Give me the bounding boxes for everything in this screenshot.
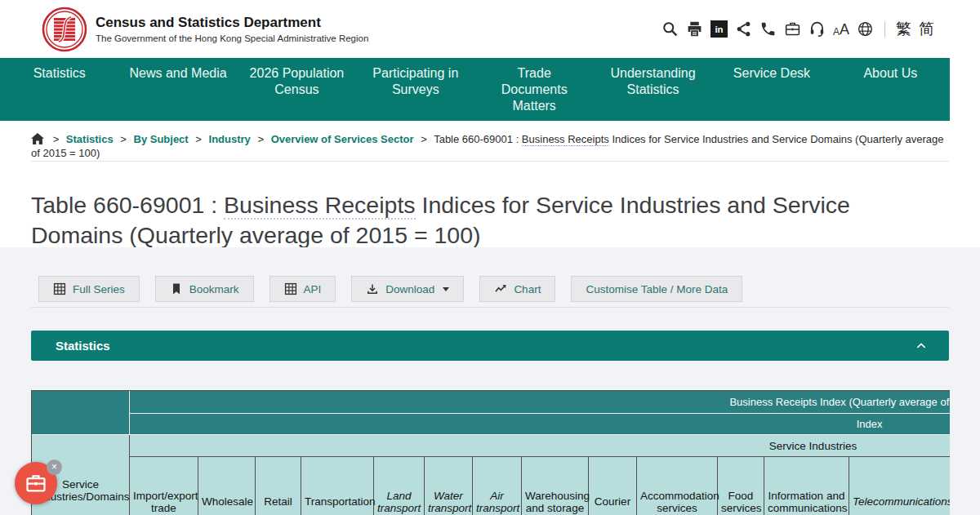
api-button[interactable]: API xyxy=(270,276,336,302)
breadcrumb-link-overview-of-services-sector[interactable]: Overview of Services Sector xyxy=(271,133,414,145)
statistics-section-header[interactable]: Statistics xyxy=(31,331,949,361)
site-header: Census and Statistics Department The Gov… xyxy=(0,0,980,58)
briefcase-icon xyxy=(24,472,47,495)
widget-close-button[interactable]: × xyxy=(47,460,62,475)
download-button[interactable]: Download xyxy=(351,276,464,302)
main-navigation: Statistics News and Media 2026 Populatio… xyxy=(0,58,950,121)
table-banner-header: Business Receipts Index (Quarterly avera… xyxy=(130,391,950,414)
breadcrumb-separator: > xyxy=(120,133,127,145)
column-header-food-services: Food services xyxy=(718,457,764,515)
column-header-land-transport: Land transport xyxy=(374,457,425,515)
table-index-header: Index xyxy=(130,414,950,435)
home-icon[interactable] xyxy=(31,133,44,145)
breadcrumb-link-industry[interactable]: Industry xyxy=(209,133,251,145)
svg-text:in: in xyxy=(715,24,723,34)
chevron-up-icon[interactable] xyxy=(915,340,928,353)
nav-item-participating-in-surveys[interactable]: Participating in Surveys xyxy=(356,58,474,121)
table-grid-icon xyxy=(53,282,66,295)
column-header-information-and-communications: Information and communications xyxy=(764,457,849,515)
header-utilities: in AA 繁 简 xyxy=(662,19,934,40)
column-header-telecommunications: Telecommunications xyxy=(849,457,950,515)
column-header-wholesale: Wholesale xyxy=(198,457,256,515)
column-header-accommodation-services: Accommodation services xyxy=(637,457,718,515)
column-header-retail: Retail xyxy=(256,457,301,515)
print-icon[interactable] xyxy=(686,20,703,38)
site-subtitle: The Government of the Hong Kong Special … xyxy=(96,33,368,43)
breadcrumb-term-business-receipts[interactable]: Business Receipts xyxy=(522,133,609,146)
download-label: Download xyxy=(385,283,434,295)
line-chart-icon xyxy=(494,282,507,295)
table-toolbar: Full Series Bookmark API Download Chart … xyxy=(38,276,742,302)
lang-simplified-chinese[interactable]: 简 xyxy=(919,19,934,40)
toolbar-divider xyxy=(31,307,949,308)
page-title-prefix: Table 660-69001 : xyxy=(31,192,224,218)
caret-down-icon xyxy=(443,287,449,291)
customise-table-label: Customise Table / More Data xyxy=(586,283,728,295)
breadcrumb-separator: > xyxy=(195,133,202,145)
statistics-table-container[interactable]: Business Receipts Index (Quarterly avera… xyxy=(31,390,950,515)
full-series-button[interactable]: Full Series xyxy=(38,276,140,302)
table-group-header-service-industries: Service Industries xyxy=(130,435,950,457)
phone-icon[interactable] xyxy=(760,20,777,38)
breadcrumb: > Statistics > By Subject > Industry > O… xyxy=(31,132,949,160)
breadcrumb-separator: > xyxy=(53,133,60,145)
linkedin-icon[interactable]: in xyxy=(710,20,728,38)
column-header-warehousing-and-storage: Warehousing and storage xyxy=(522,457,589,515)
nav-item-news-and-media[interactable]: News and Media xyxy=(118,58,237,121)
language-divider xyxy=(884,21,885,38)
column-header-transportation: Transportation xyxy=(301,457,374,515)
nav-item-service-desk[interactable]: Service Desk xyxy=(712,58,831,121)
bookmark-button[interactable]: Bookmark xyxy=(155,276,254,302)
nav-item-trade-documents-matters[interactable]: Trade Documents Matters xyxy=(475,58,594,121)
chart-button[interactable]: Chart xyxy=(479,276,555,302)
statistics-table: Business Receipts Index (Quarterly avera… xyxy=(31,390,950,515)
breadcrumb-link-statistics[interactable]: Statistics xyxy=(66,133,114,145)
breadcrumb-separator: > xyxy=(257,133,264,145)
bookmark-icon xyxy=(170,282,183,295)
breadcrumb-separator: > xyxy=(421,133,427,145)
page-title: Table 660-69001 : Business Receipts Indi… xyxy=(31,190,909,251)
column-header-water-transport: Water transport xyxy=(425,457,473,515)
bookmark-label: Bookmark xyxy=(189,283,239,295)
language-globe-icon[interactable] xyxy=(857,20,874,38)
column-header-air-transport: Air transport xyxy=(473,457,522,515)
site-title: Census and Statistics Department xyxy=(96,15,368,31)
customise-table-more-data-button[interactable]: Customise Table / More Data xyxy=(571,276,742,302)
chart-label: Chart xyxy=(514,283,541,295)
font-size-icon[interactable]: AA xyxy=(833,22,849,37)
nav-item-2026-population-census[interactable]: 2026 Population Census xyxy=(238,58,356,121)
nav-item-about-us[interactable]: About Us xyxy=(831,58,950,121)
nav-item-understanding-statistics[interactable]: Understanding Statistics xyxy=(594,58,712,121)
breadcrumb-divider xyxy=(31,161,949,162)
breadcrumb-current-prefix: Table 660-69001 : xyxy=(434,133,522,145)
page-title-term-business-receipts[interactable]: Business Receipts xyxy=(224,192,415,220)
download-icon xyxy=(366,282,379,295)
search-icon[interactable] xyxy=(662,20,679,38)
column-header-import-export-trade: Import/export trade xyxy=(130,457,198,515)
nav-item-statistics[interactable]: Statistics xyxy=(0,58,118,121)
api-label: API xyxy=(304,283,322,295)
breadcrumb-link-by-subject[interactable]: By Subject xyxy=(134,133,189,145)
statistics-section-title: Statistics xyxy=(56,339,110,353)
department-logo-icon[interactable] xyxy=(42,7,87,52)
table-grid-icon xyxy=(284,282,297,295)
business-services-icon[interactable] xyxy=(784,20,801,38)
share-icon[interactable] xyxy=(735,20,752,38)
lang-traditional-chinese[interactable]: 繁 xyxy=(896,19,911,40)
table-corner-cell xyxy=(32,391,130,435)
headset-icon[interactable] xyxy=(808,20,826,38)
full-series-label: Full Series xyxy=(73,283,125,295)
column-header-courier: Courier xyxy=(589,457,637,515)
